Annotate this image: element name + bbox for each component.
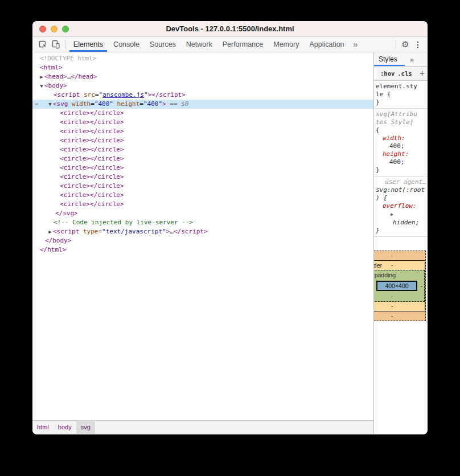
close-window-button[interactable] (39, 26, 46, 32)
user-agent-style-section: user agent… svg:not(:root ) { overflow: … (374, 177, 428, 237)
attributes-style-section: svg[Attribu tes Style] { width: 400; hei… (374, 109, 428, 177)
more-panes-icon[interactable]: » (410, 55, 414, 64)
node-circle[interactable]: <circle></circle> (32, 154, 373, 163)
node-svg-close[interactable]: </svg> (32, 209, 373, 218)
closing-brace: } (376, 166, 428, 174)
tab-elements[interactable]: Elements (68, 37, 108, 52)
styles-filter-bar: :hov .cls + (374, 67, 428, 81)
css-property-width[interactable]: width: (376, 134, 428, 142)
breadcrumb-svg[interactable]: svg (76, 421, 95, 434)
box-model: border padding - - - - 400×400 (374, 245, 428, 321)
node-circle[interactable]: <circle></circle> (32, 191, 373, 200)
node-html-open[interactable]: <html> (32, 63, 373, 72)
node-body-close[interactable]: </body> (32, 236, 373, 245)
node-circle[interactable]: <circle></circle> (32, 127, 373, 136)
margin-top-value[interactable]: - (374, 251, 425, 260)
node-svg-selected[interactable]: ⋯▼<svg width="400" height="400"> == $0 (32, 100, 373, 109)
expand-arrow-icon[interactable]: ▶ (47, 227, 53, 236)
node-circle[interactable]: <circle></circle> (32, 136, 373, 145)
style-origin-label: user agent… (376, 178, 428, 186)
new-style-rule-button[interactable]: + (420, 68, 428, 79)
node-script-injected[interactable]: ▶<script type="text/javascript">…</scrip… (32, 227, 373, 236)
titlebar: DevTools - 127.0.0.1:5500/index.html (32, 21, 428, 37)
tab-application[interactable]: Application (304, 37, 349, 52)
sidebar-tabs: Styles » (374, 52, 428, 67)
border-bottom-value[interactable]: - (374, 302, 425, 311)
closing-brace: } (376, 227, 428, 235)
attributes-style-selector: tes Style] (376, 118, 428, 126)
closing-brace: } (376, 99, 428, 106)
settings-gear-icon[interactable]: ⚙ (399, 38, 412, 51)
node-circle[interactable]: <circle></circle> (32, 182, 373, 191)
tab-sources[interactable]: Sources (145, 37, 181, 52)
box-model-content-size[interactable]: 400×400 (376, 281, 417, 291)
element-style-section: element.sty le { } (374, 81, 428, 109)
tab-memory[interactable]: Memory (268, 37, 304, 52)
zoom-window-button[interactable] (62, 26, 69, 32)
tab-network[interactable]: Network (181, 37, 217, 52)
box-model-margin[interactable]: - - - - 400×400 - - (374, 251, 426, 321)
padding-bottom-value[interactable]: - (374, 292, 424, 301)
menu-dots-icon[interactable]: ⋮ (412, 38, 424, 51)
css-value-height[interactable]: 400; (376, 158, 428, 166)
circle-nodes: <circle></circle> <circle></circle><circ… (32, 109, 373, 209)
inspect-element-icon[interactable] (37, 38, 50, 51)
toggle-element-state-button[interactable]: :hov (380, 70, 395, 77)
elements-panel: <!DOCTYPE html> <html> ▶<head>…</head> ▼… (32, 52, 373, 434)
toolbar-divider (396, 40, 396, 49)
css-property-overflow[interactable]: overflow: (376, 202, 428, 210)
element-style-selector[interactable]: le { (376, 91, 428, 99)
node-head[interactable]: ▶<head>…</head> (32, 72, 373, 81)
guide-dots-icon: ⋯ (35, 100, 38, 109)
minimize-window-button[interactable] (51, 26, 57, 32)
padding-right-value[interactable]: - (421, 283, 422, 289)
devtools-window: DevTools - 127.0.0.1:5500/index.html Ele… (32, 21, 428, 434)
toolbar-right: ⚙ ⋮ (393, 38, 428, 51)
attributes-style-selector: svg[Attribu (376, 110, 428, 118)
collapse-arrow-icon[interactable]: ▼ (39, 81, 44, 91)
toolbar-divider (65, 40, 65, 49)
css-value-overflow[interactable]: hidden; (376, 219, 428, 227)
node-circle[interactable]: <circle></circle> (32, 173, 373, 182)
node-body-open[interactable]: ▼<body> (32, 81, 373, 91)
device-toolbar-icon[interactable] (50, 38, 62, 51)
expand-value-icon[interactable]: ▶ (376, 210, 428, 219)
node-doctype[interactable]: <!DOCTYPE html> (32, 54, 373, 63)
tab-performance[interactable]: Performance (217, 37, 269, 52)
node-script-anscombe[interactable]: <script src="anscombe.js"></script> (32, 91, 373, 100)
css-value-width[interactable]: 400; (376, 142, 428, 150)
dom-tree: <!DOCTYPE html> <html> ▶<head>…</head> ▼… (32, 52, 373, 420)
devtools-toolbar: Elements Console Sources Network Perform… (32, 37, 428, 52)
box-model-padding-label: padding (374, 272, 396, 278)
element-style-selector[interactable]: element.sty (376, 83, 428, 91)
tab-styles[interactable]: Styles (374, 55, 397, 63)
expand-arrow-icon[interactable]: ▶ (39, 72, 44, 81)
opening-brace: { (376, 126, 428, 134)
panel-tabs: Elements Console Sources Network Perform… (68, 37, 362, 52)
box-model-border-label: border (374, 262, 382, 269)
breadcrumb-html[interactable]: html (32, 421, 54, 434)
anscombe-js-link[interactable]: anscombe.js (102, 91, 144, 99)
css-property-height[interactable]: height: (376, 150, 428, 158)
traffic-lights (39, 26, 69, 32)
tab-console[interactable]: Console (108, 37, 145, 52)
window-title: DevTools - 127.0.0.1:5500/index.html (32, 21, 428, 36)
collapse-arrow-icon[interactable]: ▼ (47, 100, 53, 109)
node-circle[interactable]: <circle></circle> (32, 145, 373, 154)
dollar-zero-badge: $0 (181, 100, 188, 108)
styles-filter-input[interactable] (374, 68, 377, 79)
ua-selector: svg:not(:root (376, 186, 428, 194)
more-tabs-icon[interactable]: » (350, 37, 362, 52)
node-comment[interactable]: <!-- Code injected by live-server --> (32, 218, 373, 227)
node-html-close[interactable]: </html> (32, 245, 373, 255)
element-classes-button[interactable]: .cls (397, 70, 412, 77)
styles-sidebar: Styles » :hov .cls + element.sty le { } … (373, 52, 428, 434)
margin-bottom-value[interactable]: - (374, 311, 425, 321)
node-circle[interactable]: <circle></circle> (32, 118, 373, 127)
breadcrumb-body[interactable]: body (54, 421, 76, 434)
node-circle[interactable]: <circle></circle> (32, 163, 373, 173)
breadcrumb: html body svg (32, 420, 373, 434)
node-circle[interactable]: <circle></circle> (32, 109, 373, 118)
ua-selector: ) { (376, 194, 428, 202)
node-circle[interactable]: <circle></circle> (32, 200, 373, 209)
